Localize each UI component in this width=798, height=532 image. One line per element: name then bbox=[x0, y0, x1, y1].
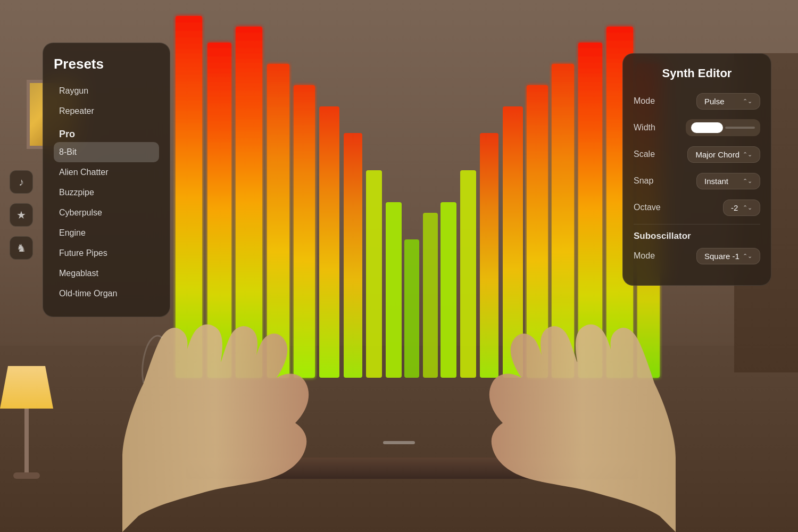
snap-chevron-icon: ⌃⌄ bbox=[743, 178, 752, 185]
preset-item-future-pipes[interactable]: Future Pipes bbox=[54, 243, 159, 263]
hands-container bbox=[106, 239, 692, 532]
sub-mode-chevron-icon: ⌃⌄ bbox=[743, 253, 752, 260]
scale-label: Scale bbox=[634, 149, 655, 159]
scale-chevron-icon: ⌃⌄ bbox=[743, 151, 752, 158]
lamp bbox=[0, 366, 53, 479]
preset-item-8bit[interactable]: 8-Bit bbox=[54, 142, 159, 162]
synth-divider bbox=[634, 224, 760, 225]
octave-row: Octave -2 ⌃⌄ bbox=[634, 197, 760, 218]
mode-chevron-icon: ⌃⌄ bbox=[743, 98, 752, 105]
width-slider-thumb bbox=[691, 122, 723, 133]
snap-row: Snap Instant ⌃⌄ bbox=[634, 171, 760, 191]
mode-label: Mode bbox=[634, 96, 655, 106]
octave-dropdown[interactable]: -2 ⌃⌄ bbox=[723, 200, 760, 216]
sub-mode-dropdown[interactable]: Square -1 ⌃⌄ bbox=[696, 248, 760, 264]
scroll-indicator bbox=[383, 441, 415, 444]
preset-item-raygun[interactable]: Raygun bbox=[54, 81, 159, 101]
snap-dropdown[interactable]: Instant ⌃⌄ bbox=[696, 173, 760, 189]
sub-mode-label: Mode bbox=[634, 251, 655, 261]
octave-label: Octave bbox=[634, 203, 661, 212]
presets-title: Presets bbox=[54, 56, 159, 72]
sub-mode-row: Mode Square -1 ⌃⌄ bbox=[634, 246, 760, 266]
lamp-shade bbox=[0, 366, 53, 409]
scale-dropdown[interactable]: Major Chord ⌃⌄ bbox=[687, 146, 760, 163]
pro-section-label: Pro bbox=[54, 123, 159, 142]
music-note-icon[interactable]: ♪ bbox=[10, 170, 33, 194]
octave-chevron-icon: ⌃⌄ bbox=[743, 204, 752, 211]
preset-item-repeater[interactable]: Repeater bbox=[54, 101, 159, 121]
presets-panel: Presets Raygun Repeater Pro 8-Bit Alien … bbox=[43, 43, 170, 317]
preset-item-cyberpulse[interactable]: Cyberpulse bbox=[54, 203, 159, 223]
synth-panel: Synth Editor Mode Pulse ⌃⌄ Width Scale M… bbox=[622, 53, 771, 286]
suboscillator-label: Suboscillator bbox=[634, 231, 760, 242]
mode-row: Mode Pulse ⌃⌄ bbox=[634, 91, 760, 111]
width-row: Width bbox=[634, 118, 760, 138]
preset-item-megablast[interactable]: Megablast bbox=[54, 263, 159, 284]
lamp-base bbox=[24, 409, 29, 472]
preset-item-alien-chatter[interactable]: Alien Chatter bbox=[54, 162, 159, 182]
scale-row: Scale Major Chord ⌃⌄ bbox=[634, 144, 760, 164]
preset-item-engine[interactable]: Engine bbox=[54, 223, 159, 243]
sidebar-icons: ♪ ★ ♞ bbox=[10, 170, 33, 260]
width-slider-track bbox=[725, 127, 755, 129]
width-slider[interactable] bbox=[686, 119, 760, 136]
snap-label: Snap bbox=[634, 176, 653, 186]
lamp-foot bbox=[13, 472, 40, 479]
preset-item-buzzpipe[interactable]: Buzzpipe bbox=[54, 182, 159, 203]
synth-editor-title: Synth Editor bbox=[634, 66, 760, 80]
right-hand bbox=[426, 255, 692, 532]
width-label: Width bbox=[634, 123, 655, 132]
person-icon[interactable]: ♞ bbox=[10, 236, 33, 260]
preset-item-oldtime-organ[interactable]: Old-time Organ bbox=[54, 284, 159, 304]
mode-dropdown[interactable]: Pulse ⌃⌄ bbox=[696, 93, 760, 110]
star-icon[interactable]: ★ bbox=[10, 203, 33, 227]
